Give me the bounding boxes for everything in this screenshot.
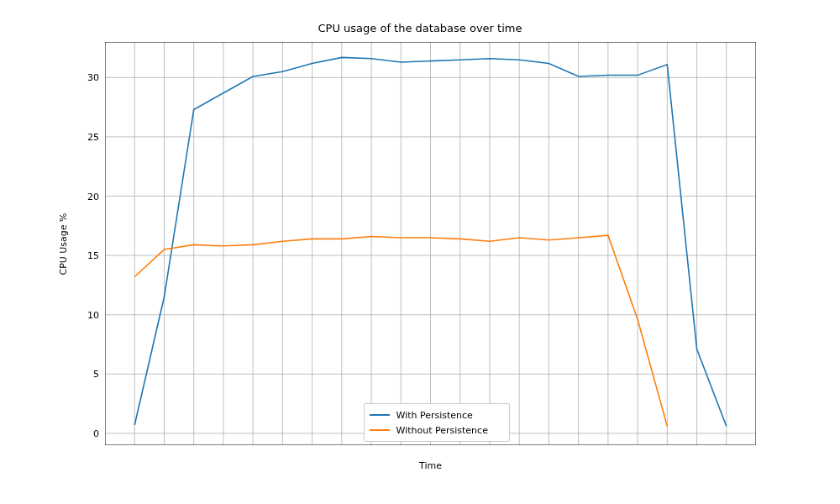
y-tick-label: 15 <box>49 250 99 261</box>
plot-area <box>105 42 756 445</box>
legend: With PersistenceWithout Persistence <box>364 403 510 442</box>
y-axis-label: CPU Usage % <box>55 42 71 445</box>
y-tick-label: 0 <box>49 428 99 438</box>
y-tick-label: 25 <box>49 131 99 142</box>
chart-title: CPU usage of the database over time <box>0 22 840 34</box>
plot-svg <box>105 42 756 445</box>
legend-label: Without Persistence <box>396 425 488 436</box>
x-axis-label: Time <box>105 460 756 471</box>
legend-item: With Persistence <box>370 407 504 423</box>
legend-label: With Persistence <box>396 410 473 421</box>
legend-item: Without Persistence <box>370 423 504 438</box>
figure: CPU usage of the database over time CPU … <box>0 0 840 504</box>
y-tick-label: 20 <box>49 191 99 202</box>
legend-swatch <box>370 429 390 431</box>
y-tick-label: 30 <box>49 72 99 83</box>
y-tick-label: 5 <box>49 369 99 380</box>
y-tick-label: 10 <box>49 309 99 320</box>
legend-swatch <box>370 414 390 416</box>
